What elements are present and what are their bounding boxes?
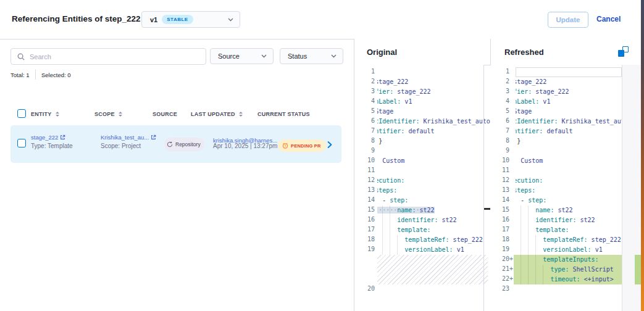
sort-icon[interactable] (239, 112, 243, 117)
cancel-button[interactable]: Cancel (596, 11, 621, 28)
chevron-right-icon[interactable] (326, 141, 333, 149)
column-label: SCOPE (94, 111, 115, 117)
entity-type: Type: Template (31, 143, 73, 149)
chevron-down-icon (331, 54, 337, 58)
code-line: 10 Custom (490, 156, 641, 166)
line-number: 20 (354, 285, 375, 292)
line-number: 22+ (490, 275, 513, 282)
code-line: 12 execution: (490, 176, 641, 186)
code-line: 3 identifier: stage_222 (354, 87, 490, 97)
code-line: 13 steps: (490, 186, 641, 196)
column-header-last-updated[interactable]: LAST UPDATED (191, 110, 243, 118)
code-line: 19 versionLabel: v1 (490, 245, 641, 255)
line-number: 12 (354, 176, 375, 183)
code-line: 6 projectIdentifier: Krishika_test_autom… (490, 117, 641, 126)
sort-icon[interactable] (119, 112, 122, 117)
code-line: 8 } (490, 136, 641, 146)
code-line: 2 name: stage_222 (490, 77, 641, 87)
code-line: 1 (490, 67, 641, 77)
search-input[interactable]: Search (10, 48, 206, 65)
added-lines-marker (635, 255, 641, 284)
code-line: 17 template: (354, 225, 490, 235)
code-line: 5 type: Stage (354, 107, 490, 117)
original-code-panel[interactable]: Original 12 name: stage_2223 identifier:… (354, 39, 490, 311)
line-number: 7 (354, 127, 375, 134)
scope-link[interactable]: Krishika_test_au... (101, 134, 149, 141)
table-row[interactable]: stage_222 Type: Template Krishika_test_a… (10, 125, 341, 163)
status-dropdown[interactable]: Status (280, 48, 343, 64)
line-number: 14 (490, 196, 509, 203)
code-line: 11 (354, 166, 490, 176)
clock-icon (282, 143, 288, 149)
line-number: 13 (490, 186, 509, 193)
status-badge-label: PENDING PR (291, 143, 321, 149)
count-divider (35, 70, 36, 80)
code-line: 5 type: Stage (490, 107, 641, 117)
line-number: 8 (490, 137, 509, 144)
repository-icon (167, 141, 173, 147)
line-number: 12 (490, 176, 509, 183)
code-line: 10 Custom (354, 156, 490, 166)
search-placeholder: Search (30, 53, 51, 60)
column-header-current-status: CURRENT STATUS (257, 110, 310, 118)
code-line: 18 templateRef: step_222 (490, 235, 641, 245)
line-number: 19 (490, 246, 509, 252)
line-number: 5 (490, 107, 509, 114)
panel-divider (354, 39, 354, 311)
column-label: LAST UPDATED (191, 111, 235, 117)
chevron-down-icon (261, 54, 267, 58)
source-badge-label: Repository (175, 141, 201, 147)
code-line: 13 steps: (354, 186, 490, 196)
line-number: 5 (354, 107, 375, 114)
source-dropdown[interactable]: Source (210, 48, 274, 64)
line-number: 9 (354, 147, 375, 154)
external-link-icon[interactable] (60, 135, 65, 140)
line-number: 9 (490, 147, 509, 154)
code-line: 8 } (354, 136, 490, 146)
column-header-entity[interactable]: ENTITY (31, 110, 59, 118)
copy-icon[interactable] (618, 46, 629, 57)
code-line: 15 ······name:·st22 (354, 205, 490, 215)
original-panel-title: Original (354, 39, 490, 65)
external-link-icon[interactable] (151, 135, 156, 140)
line-number: 16 (354, 216, 375, 223)
refreshed-code-panel[interactable]: Refreshed 12 name: stage_2223 identifier… (490, 39, 641, 311)
search-icon (17, 53, 25, 60)
code-line: 16 identifier: st22 (490, 215, 641, 225)
line-number: 1 (354, 68, 375, 75)
diff-divider-jog (483, 65, 491, 65)
column-label: ENTITY (31, 111, 52, 117)
line-number: 17 (354, 226, 375, 233)
line-number: 15 (490, 206, 509, 213)
update-button[interactable]: Update (548, 12, 588, 28)
code-line: 14 - step: (490, 196, 641, 205)
code-line: 16 identifier: st22 (354, 215, 490, 225)
version-label: v1 (150, 16, 157, 23)
line-number: 11 (490, 167, 509, 173)
code-line: 4 versionLabel: v1 (354, 97, 490, 107)
version-select[interactable]: v1 STABLE (141, 11, 240, 28)
entity-link[interactable]: stage_222 (31, 134, 58, 141)
status-badge: PENDING PR (278, 139, 326, 152)
diff-gap-hatch (377, 255, 488, 284)
updated-at: Apr 10, 2025 | 13:27pm (213, 143, 277, 149)
row-checkbox[interactable] (17, 139, 26, 147)
code-line: 7 orgIdentifier: default (354, 126, 490, 136)
page-title: Referencing Entities of step_222 (12, 14, 141, 23)
line-number: 3 (354, 88, 375, 94)
code-line: 19 versionLabel: v1 (354, 245, 490, 255)
sort-icon[interactable] (56, 112, 59, 117)
line-number: 14 (354, 196, 375, 203)
line-number: 8 (354, 137, 375, 144)
column-header-scope[interactable]: SCOPE (94, 110, 122, 118)
line-number: 13 (354, 186, 375, 193)
diff-divider-top (490, 39, 491, 65)
line-number: 18 (354, 236, 375, 243)
line-number: 10 (490, 157, 509, 164)
line-number: 10 (354, 157, 375, 164)
line-number: 18 (490, 236, 509, 243)
select-all-checkbox[interactable] (17, 109, 26, 118)
line-number: 6 (490, 117, 509, 124)
line-number: 19 (354, 246, 375, 252)
column-header-source: SOURCE (153, 110, 177, 118)
